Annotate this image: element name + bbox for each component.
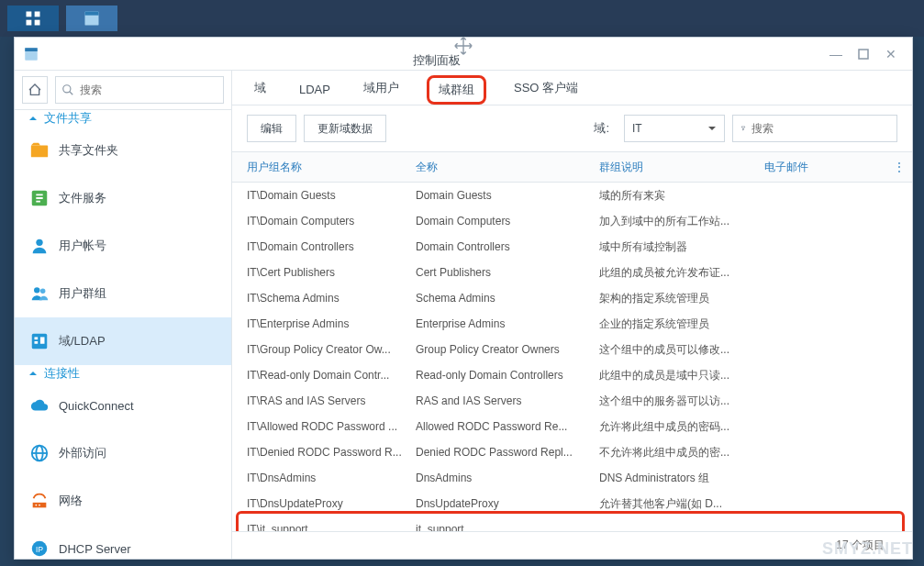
sidebar-list-file: 共享文件夹文件服务用户帐号用户群组域/LDAP <box>15 127 231 365</box>
svg-point-13 <box>34 287 39 293</box>
cell-full: Allowed RODC Password Re... <box>416 420 599 433</box>
grid-icon <box>24 9 42 28</box>
sidebar-item-user[interactable]: 用户帐号 <box>15 222 231 270</box>
sidebar-item-cloud[interactable]: QuickConnect <box>15 382 231 429</box>
svg-rect-2 <box>27 20 32 26</box>
sidebar-item-dhcp[interactable]: IPDHCP Server <box>15 525 231 559</box>
cell-full: Domain Controllers <box>416 240 599 253</box>
window-title: 控制面板 <box>48 39 826 69</box>
maximize-button[interactable] <box>853 44 874 64</box>
cell-full: Enterprise Admins <box>416 317 599 330</box>
cell-full: Denied RODC Password Repl... <box>416 446 599 459</box>
table-row[interactable]: IT\Domain ControllersDomain Controllers域… <box>232 234 912 260</box>
cell-group: IT\Group Policy Creator Ow... <box>232 343 416 356</box>
section-file-sharing[interactable]: 文件共享 <box>15 110 231 127</box>
svg-point-14 <box>40 289 45 294</box>
cell-desc: 允许将此组中成员的密码... <box>599 419 764 435</box>
table-row[interactable]: IT\RAS and IAS ServersRAS and IAS Server… <box>232 388 912 414</box>
table-row[interactable]: IT\DnsUpdateProxyDnsUpdateProxy允许替其他客户端(… <box>232 491 912 516</box>
sidebar: 文件共享 共享文件夹文件服务用户帐号用户群组域/LDAP 连接性 QuickCo… <box>15 71 232 559</box>
svg-text:IP: IP <box>36 546 43 554</box>
taskbar-control-panel[interactable] <box>66 6 117 31</box>
tab-域群组[interactable]: 域群组 <box>427 75 486 105</box>
table-row[interactable]: IT\DnsAdminsDnsAdminsDNS Administrators … <box>232 465 912 491</box>
col-full-name[interactable]: 全称 <box>416 160 599 175</box>
table-row[interactable]: IT\Enterprise AdminsEnterprise Admins企业的… <box>232 311 912 337</box>
table-search-input[interactable] <box>751 122 889 135</box>
table-header: 用户组名称 全称 群组说明 电子邮件 ⋮ <box>232 151 912 183</box>
sidebar-item-label: QuickConnect <box>59 399 134 413</box>
cell-full: it_support <box>416 523 599 531</box>
sidebar-item-label: 文件服务 <box>59 190 106 206</box>
table-search[interactable] <box>732 115 897 142</box>
sidebar-item-globe[interactable]: 外部访问 <box>15 429 231 477</box>
tab-LDAP[interactable]: LDAP <box>294 75 336 105</box>
tab-SSO 客户端[interactable]: SSO 客户端 <box>508 72 584 105</box>
chevron-up-icon <box>28 368 39 379</box>
col-description[interactable]: 群组说明 <box>599 160 764 175</box>
table-row[interactable]: IT\Group Policy Creator Ow...Group Polic… <box>232 337 912 362</box>
cell-desc: 这个组中的服务器可以访... <box>599 394 764 409</box>
sidebar-item-label: 外部访问 <box>59 445 106 461</box>
taskbar-apps[interactable] <box>7 6 59 31</box>
cell-group: IT\Cert Publishers <box>232 266 416 279</box>
sidebar-item-domain[interactable]: 域/LDAP <box>15 317 231 365</box>
table-row[interactable]: IT\Cert PublishersCert Publishers此组的成员被允… <box>232 260 912 285</box>
titlebar: 控制面板 — ✕ <box>15 38 912 71</box>
section-connectivity[interactable]: 连接性 <box>15 365 231 382</box>
svg-rect-17 <box>35 341 39 344</box>
toolbar: 编辑 更新域数据 域: IT <box>232 105 912 151</box>
sidebar-item-group[interactable]: 用户群组 <box>15 270 231 317</box>
table-footer: 17 个项目 <box>232 531 912 559</box>
refresh-button[interactable]: 更新域数据 <box>304 115 386 142</box>
cell-group: IT\Allowed RODC Password ... <box>232 420 416 433</box>
svg-point-9 <box>63 85 71 93</box>
svg-rect-7 <box>25 48 38 51</box>
table-row[interactable]: IT\it_supportit_support <box>232 516 912 531</box>
folder-icon <box>29 140 50 161</box>
svg-point-22 <box>39 505 40 506</box>
cell-group: IT\Schema Admins <box>232 292 416 305</box>
sidebar-item-folder[interactable]: 共享文件夹 <box>15 127 231 174</box>
home-icon <box>28 83 42 97</box>
table-row[interactable]: IT\Schema AdminsSchema Admins架构的指定系统管理员 <box>232 285 912 311</box>
col-group-name[interactable]: 用户组名称 <box>232 160 416 175</box>
move-handle-icon[interactable] <box>453 36 473 60</box>
col-email[interactable]: 电子邮件 <box>764 160 886 175</box>
sidebar-search-input[interactable] <box>80 83 217 96</box>
home-button[interactable] <box>22 76 48 104</box>
svg-rect-1 <box>35 12 40 17</box>
cell-desc: DNS Administrators 组 <box>599 471 764 486</box>
table-row[interactable]: IT\Denied RODC Password R...Denied RODC … <box>232 439 912 465</box>
close-button[interactable]: ✕ <box>881 44 901 64</box>
dhcp-icon: IP <box>29 538 50 559</box>
cell-full: RAS and IAS Servers <box>416 394 599 407</box>
sidebar-item-file-service[interactable]: 文件服务 <box>15 174 231 222</box>
domain-select[interactable]: IT <box>624 115 725 142</box>
sidebar-item-label: 网络 <box>59 493 83 509</box>
cell-desc: 架构的指定系统管理员 <box>599 291 764 306</box>
col-more-button[interactable]: ⋮ <box>886 161 912 173</box>
sidebar-search[interactable] <box>55 76 224 104</box>
minimize-button[interactable]: — <box>826 44 846 64</box>
table-row[interactable]: IT\Allowed RODC Password ...Allowed RODC… <box>232 414 912 439</box>
tab-域用户[interactable]: 域用户 <box>358 72 405 105</box>
cell-group: IT\Domain Controllers <box>232 240 416 253</box>
cell-full: Schema Admins <box>416 292 599 305</box>
cell-full: DnsAdmins <box>416 472 599 484</box>
panel-icon <box>83 9 101 28</box>
sidebar-item-router[interactable]: 网络 <box>15 477 231 525</box>
table-row[interactable]: IT\Domain GuestsDomain Guests域的所有来宾 <box>232 183 912 208</box>
cell-group: IT\RAS and IAS Servers <box>232 394 416 407</box>
edit-button[interactable]: 编辑 <box>247 115 296 142</box>
control-panel-window: 控制面板 — ✕ 文件共享 共享文件夹文件服务用户帐号用户群组域 <box>14 37 913 560</box>
table-row[interactable]: IT\Read-only Domain Contr...Read-only Do… <box>232 362 912 388</box>
cell-group: IT\Enterprise Admins <box>232 317 416 330</box>
svg-rect-5 <box>85 12 99 16</box>
table-row[interactable]: IT\Domain ComputersDomain Computers加入到域中… <box>232 208 912 234</box>
chevron-up-icon <box>28 113 39 124</box>
svg-rect-18 <box>40 337 45 343</box>
chevron-down-icon <box>707 124 717 133</box>
sidebar-list-connectivity: QuickConnect外部访问网络IPDHCP Server <box>15 382 231 559</box>
tab-域[interactable]: 域 <box>249 72 272 105</box>
